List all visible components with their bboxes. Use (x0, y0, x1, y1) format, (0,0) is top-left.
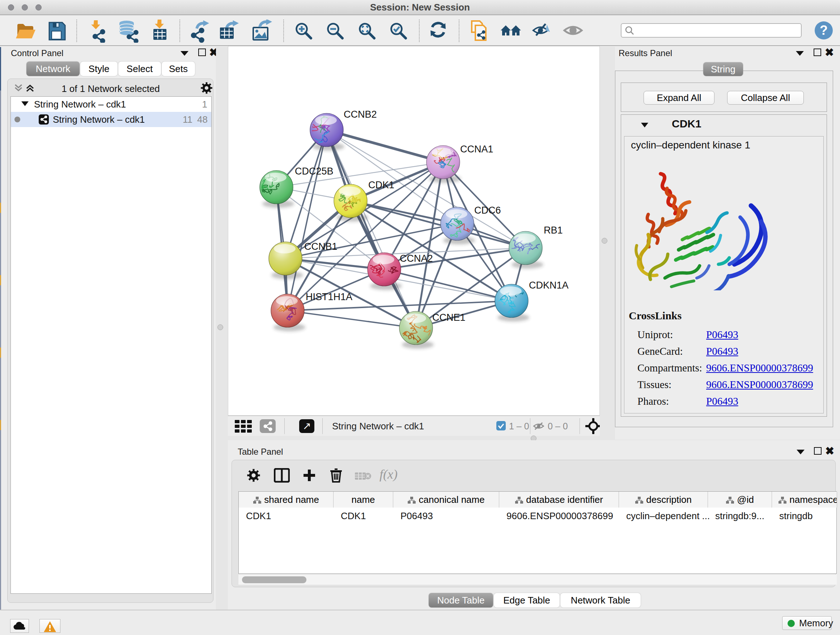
svg-text:CCNA2: CCNA2 (400, 253, 433, 264)
svg-text:RB1: RB1 (544, 225, 563, 236)
svg-text:CCNB2: CCNB2 (344, 109, 377, 120)
svg-text:CDK1: CDK1 (368, 180, 394, 190)
svg-text:CDKN1A: CDKN1A (529, 280, 569, 291)
svg-text:CCNB1: CCNB1 (304, 241, 338, 252)
svg-text:CCNE1: CCNE1 (432, 312, 466, 323)
svg-text:HIST1H1A: HIST1H1A (306, 291, 352, 302)
svg-text:CCNA1: CCNA1 (460, 144, 493, 155)
svg-text:CDC6: CDC6 (474, 205, 501, 216)
svg-text:CDC25B: CDC25B (295, 166, 333, 177)
